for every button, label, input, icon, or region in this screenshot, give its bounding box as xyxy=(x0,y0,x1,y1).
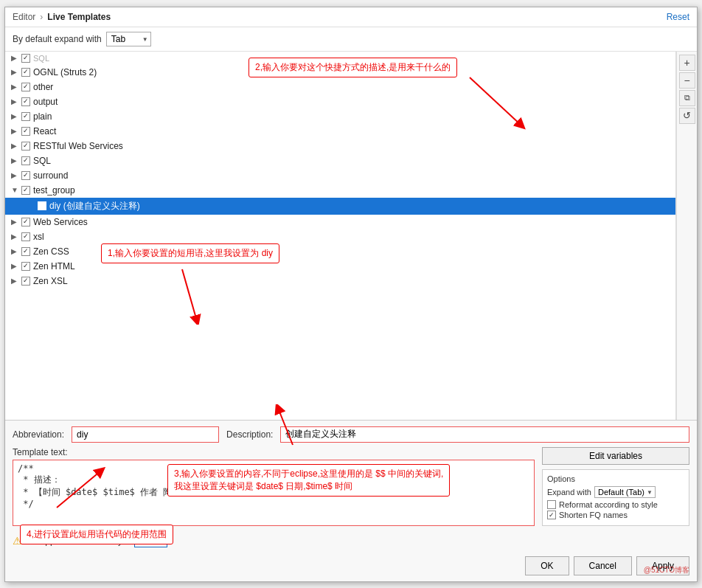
template-right: Edit variables Options Expand with Defau… xyxy=(542,447,689,550)
remove-button[interactable]: − xyxy=(679,72,695,89)
expand-with-options-select[interactable]: Default (Tab) Tab Enter xyxy=(594,486,656,498)
apply-button[interactable]: Apply xyxy=(636,556,689,575)
cancel-button[interactable]: Cancel xyxy=(574,556,632,575)
list-item-zen-html[interactable]: ▶ Zen HTML xyxy=(5,259,675,274)
reformat-label: Reformat according to style xyxy=(559,500,658,509)
bottom-panel: Abbreviation: Description: Template text… xyxy=(5,420,697,581)
ok-button[interactable]: OK xyxy=(525,556,569,575)
list-item-xsl[interactable]: ▶ xsl xyxy=(5,229,675,244)
action-row: OK Cancel Apply xyxy=(13,556,689,575)
breadcrumb-separator: › xyxy=(40,12,43,22)
toolbar-row: By default expand with Tab Enter Space xyxy=(5,27,697,52)
list-item-surround[interactable]: ▶ surround xyxy=(5,168,675,183)
expand-with-label: By default expand with xyxy=(13,34,102,44)
shorten-row: ✓ Shorten FQ names xyxy=(547,511,684,519)
context-row: ⚠ No applicable contexts yet Define xyxy=(13,531,535,550)
list-item-test-group[interactable]: ▼ test_group xyxy=(5,183,675,198)
reformat-checkbox[interactable] xyxy=(547,500,556,509)
shorten-checkbox[interactable]: ✓ xyxy=(547,511,556,519)
breadcrumb-live-templates: Live Templates xyxy=(47,12,111,22)
warning-icon: ⚠ xyxy=(13,535,22,547)
options-title: Options xyxy=(547,474,684,483)
undo-button[interactable]: ↺ xyxy=(679,108,695,124)
list-item-diy[interactable]: diy (创建自定义头注释) xyxy=(5,198,675,215)
template-textarea[interactable]: /** * 描述： * 【时间 $date$ $time$ 作者 陶攀峰】 */ xyxy=(13,460,535,526)
list-item-zen-css[interactable]: ▶ Zen CSS xyxy=(5,244,675,259)
define-link[interactable]: Define xyxy=(134,534,167,547)
expand-with-options-label: Expand with xyxy=(547,488,591,497)
list-item-restful[interactable]: ▶ RESTful Web Services xyxy=(5,139,675,153)
expand-with-row: Expand with Default (Tab) Tab Enter xyxy=(547,486,684,498)
add-button[interactable]: + xyxy=(679,55,695,71)
list-item[interactable]: ▶ SQL xyxy=(5,52,675,65)
description-label: Description: xyxy=(226,429,273,440)
abbreviation-label: Abbreviation: xyxy=(13,429,64,440)
list-item-sql[interactable]: ▶ SQL xyxy=(5,153,675,168)
main-content: ▶ SQL ▶ OGNL (Struts 2) ▶ other ▶ output xyxy=(5,52,697,420)
list-item-react[interactable]: ▶ React xyxy=(5,124,675,139)
reformat-row: Reformat according to style xyxy=(547,500,684,509)
template-label: Template text: xyxy=(13,447,535,457)
abbreviation-input[interactable] xyxy=(72,426,219,443)
side-toolbar: + − ⧉ ↺ xyxy=(676,52,697,420)
list-item-ognl[interactable]: ▶ OGNL (Struts 2) xyxy=(5,65,675,80)
shorten-label: Shorten FQ names xyxy=(559,511,628,519)
reset-button[interactable]: Reset xyxy=(667,12,689,22)
list-item-plain[interactable]: ▶ plain xyxy=(5,109,675,124)
title-bar: Editor › Live Templates Reset xyxy=(5,7,697,27)
list-item-zen-xsl[interactable]: ▶ Zen XSL xyxy=(5,274,675,288)
breadcrumb-editor: Editor xyxy=(13,12,35,22)
list-item-web-services[interactable]: ▶ Web Services xyxy=(5,215,675,229)
expand-with-select[interactable]: Tab Enter Space xyxy=(106,32,151,46)
description-input[interactable] xyxy=(280,426,689,443)
template-left: Template text: /** * 描述： * 【时间 $date$ $t… xyxy=(13,447,535,550)
options-box: Options Expand with Default (Tab) Tab En… xyxy=(542,469,689,526)
template-list: ▶ SQL ▶ OGNL (Struts 2) ▶ other ▶ output xyxy=(5,52,676,420)
template-row: Template text: /** * 描述： * 【时间 $date$ $t… xyxy=(13,447,689,550)
copy-button[interactable]: ⧉ xyxy=(679,90,695,106)
list-item-other[interactable]: ▶ other xyxy=(5,80,675,94)
edit-variables-button[interactable]: Edit variables xyxy=(542,447,689,465)
list-item-output[interactable]: ▶ output xyxy=(5,94,675,109)
context-text: No applicable contexts yet xyxy=(27,536,130,546)
abbr-desc-row: Abbreviation: Description: xyxy=(13,426,689,443)
